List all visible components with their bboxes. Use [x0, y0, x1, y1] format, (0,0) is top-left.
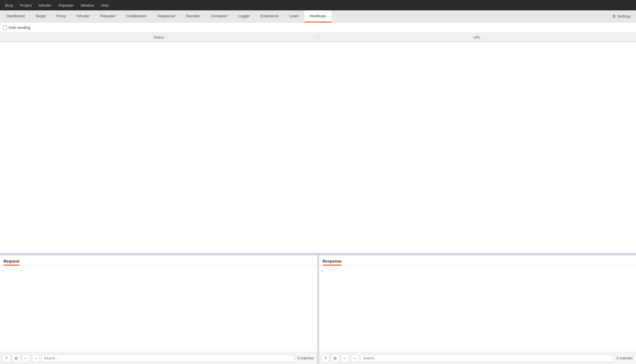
- tab-collaborator[interactable]: Collaborator: [121, 10, 152, 22]
- request-settings-button[interactable]: ⚙: [12, 354, 20, 362]
- question-icon-response: ?: [324, 356, 327, 361]
- menu-bar: Burp Project Intruder Repeater Window He…: [0, 0, 636, 10]
- request-help-button[interactable]: ?: [2, 354, 10, 362]
- request-pane-header: Request: [0, 255, 317, 266]
- tab-bar: Dashboard Target Proxy Intruder Repeater…: [0, 10, 636, 22]
- tab-repeater[interactable]: Repeater: [95, 10, 121, 22]
- question-icon: ?: [5, 356, 7, 361]
- gear-icon: ⚙: [612, 14, 616, 19]
- arrow-left-icon-request: ←: [24, 356, 28, 361]
- request-matches: 0 matches: [296, 356, 315, 360]
- tab-comparer[interactable]: Comparer: [206, 10, 233, 22]
- arrow-right-icon-request: →: [34, 356, 38, 361]
- request-back-button[interactable]: ←: [22, 354, 30, 362]
- bottom-panel: Request 1 ? ⚙ ← → 0 matches: [0, 255, 636, 364]
- response-line-number: 1: [321, 268, 323, 273]
- menu-project[interactable]: Project: [17, 2, 34, 9]
- settings-tab[interactable]: ⚙ Settings: [608, 10, 635, 22]
- response-matches: 0 matches: [616, 356, 634, 360]
- col-url: URL: [318, 35, 636, 39]
- arrow-right-icon-response: →: [353, 356, 357, 361]
- menu-window[interactable]: Window: [78, 2, 97, 9]
- request-search-input[interactable]: [41, 354, 295, 362]
- tab-proxy[interactable]: Proxy: [51, 10, 71, 22]
- tab-target[interactable]: Target: [30, 10, 51, 22]
- table-header: Status ⋮ URL: [0, 33, 636, 42]
- arrow-left-icon-response: ←: [343, 356, 347, 361]
- drag-dots-icon: ⋮: [317, 36, 319, 39]
- request-line-number: 1: [2, 268, 4, 273]
- auto-sending-text: Auto sending: [8, 25, 30, 30]
- response-back-button[interactable]: ←: [341, 354, 349, 362]
- response-search-input[interactable]: [361, 354, 614, 362]
- tab-learn[interactable]: Learn: [284, 10, 304, 22]
- response-help-button[interactable]: ?: [321, 354, 330, 362]
- main-content: Status ⋮ URL Request 1 ? ⚙: [0, 33, 636, 364]
- tab-decoder[interactable]: Decoder: [181, 10, 206, 22]
- menu-help[interactable]: Help: [98, 2, 111, 9]
- request-pane-body[interactable]: 1: [0, 266, 317, 352]
- response-pane-body[interactable]: 1: [319, 266, 636, 352]
- tab-hostscan[interactable]: HostScan: [304, 10, 331, 22]
- request-toolbar: ? ⚙ ← → 0 matches: [0, 352, 317, 364]
- response-forward-button[interactable]: →: [351, 354, 359, 362]
- menu-intruder[interactable]: Intruder: [36, 2, 54, 9]
- response-pane-header: Response: [319, 255, 636, 266]
- menu-repeater[interactable]: Repeater: [56, 2, 77, 9]
- tab-extensions[interactable]: Extensions: [255, 10, 284, 22]
- col-status: Status: [0, 35, 318, 39]
- request-forward-button[interactable]: →: [32, 354, 40, 362]
- request-pane: Request 1 ? ⚙ ← → 0 matches: [0, 255, 317, 364]
- auto-sending-label[interactable]: Auto sending: [3, 25, 30, 30]
- tab-sequencer[interactable]: Sequencer: [152, 10, 181, 22]
- gear-icon-request: ⚙: [14, 356, 18, 361]
- tab-dashboard[interactable]: Dashboard: [1, 10, 30, 22]
- tab-logger[interactable]: Logger: [233, 10, 255, 22]
- request-title: Request: [3, 259, 19, 266]
- response-settings-button[interactable]: ⚙: [331, 354, 339, 362]
- table-body: [0, 42, 636, 253]
- response-title: Response: [323, 259, 342, 266]
- response-pane: Response 1 ? ⚙ ← → 0 matches: [319, 255, 636, 364]
- main-toolbar: Auto sending: [0, 22, 636, 33]
- auto-sending-checkbox[interactable]: [3, 26, 7, 30]
- menu-burp[interactable]: Burp: [2, 2, 16, 9]
- settings-label: Settings: [617, 14, 631, 18]
- gear-icon-response: ⚙: [333, 356, 337, 361]
- column-resizer[interactable]: ⋮: [316, 33, 320, 42]
- response-toolbar: ? ⚙ ← → 0 matches: [319, 352, 636, 364]
- tab-intruder[interactable]: Intruder: [71, 10, 95, 22]
